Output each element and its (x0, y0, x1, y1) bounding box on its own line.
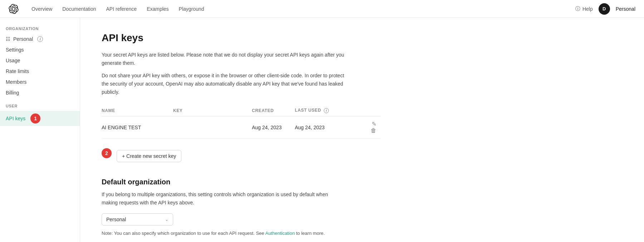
nav-api-reference[interactable]: API reference (102, 4, 141, 14)
create-secret-key-button[interactable]: + Create new secret key (117, 150, 181, 162)
note-text: Note: You can also specify which organiz… (102, 231, 381, 236)
org-select-value: Personal (106, 217, 126, 222)
sidebar-item-billing[interactable]: Billing (0, 87, 80, 98)
default-org-desc: If you belong to multiple organizations,… (102, 190, 345, 207)
table-row: AI ENGINE TEST Aug 24, 2023 Aug 24, 2023… (102, 116, 381, 139)
sidebar: ORGANIZATION ☷ Personal i Settings Usage… (0, 18, 80, 242)
personal-info-icon: i (37, 36, 43, 42)
logo[interactable] (9, 4, 19, 14)
col-header-lastused: LAST USED i (295, 105, 359, 116)
nav-playground[interactable]: Playground (175, 4, 209, 14)
sidebar-item-personal[interactable]: ☷ Personal i (0, 34, 80, 44)
page-title: API keys (102, 32, 381, 44)
sidebar-personal-label: Personal (13, 36, 33, 42)
help-icon: ⓘ (575, 6, 580, 12)
sidebar-item-usage[interactable]: Usage (0, 55, 80, 66)
help-label: Help (582, 6, 593, 12)
nav-examples[interactable]: Examples (142, 4, 173, 14)
topnav-right: ⓘ Help D Personal (575, 3, 635, 15)
org-select[interactable]: Personal ⌄ (102, 213, 173, 226)
annotation-badge-1: 1 (30, 113, 40, 124)
row-name: AI ENGINE TEST (102, 116, 173, 139)
delete-icon[interactable]: 🗑 (371, 127, 376, 134)
description-1: Your secret API keys are listed below. P… (102, 51, 345, 67)
col-header-actions (359, 105, 381, 116)
sidebar-item-rate-limits[interactable]: Rate limits (0, 66, 80, 77)
authentication-link[interactable]: Authentication (265, 231, 294, 236)
nav-overview[interactable]: Overview (27, 4, 57, 14)
sidebar-item-api-keys[interactable]: API keys 1 (0, 111, 80, 126)
annotation-badge-2: 2 (102, 148, 112, 158)
topnav-username[interactable]: Personal (616, 6, 635, 12)
rate-limits-label: Rate limits (6, 68, 29, 74)
description-2: Do not share your API key with others, o… (102, 72, 345, 96)
col-header-name: NAME (102, 105, 173, 116)
row-key (173, 116, 252, 139)
row-actions: ✎ 🗑 (359, 116, 381, 139)
api-keys-table: NAME KEY CREATED LAST USED i AI ENGINE T… (102, 105, 381, 139)
row-created: Aug 24, 2023 (252, 116, 295, 139)
help-button[interactable]: ⓘ Help (575, 6, 593, 12)
avatar[interactable]: D (599, 3, 610, 15)
org-section-label: ORGANIZATION (0, 26, 80, 34)
last-used-info-icon: i (324, 108, 329, 113)
default-org-title: Default organization (102, 178, 381, 186)
org-icon: ☷ (6, 36, 10, 42)
edit-icon[interactable]: ✎ (372, 121, 376, 127)
sidebar-item-settings[interactable]: Settings (0, 44, 80, 55)
topnav-links: Overview Documentation API reference Exa… (27, 4, 575, 14)
topnav: Overview Documentation API reference Exa… (0, 0, 644, 18)
row-last-used: Aug 24, 2023 (295, 116, 359, 139)
main-content: API keys Your secret API keys are listed… (80, 18, 402, 242)
usage-label: Usage (6, 58, 20, 63)
billing-label: Billing (6, 90, 19, 96)
layout: ORGANIZATION ☷ Personal i Settings Usage… (0, 18, 644, 242)
sidebar-item-members[interactable]: Members (0, 77, 80, 87)
col-header-key: KEY (173, 105, 252, 116)
user-section-label: USER (0, 104, 80, 111)
col-header-created: CREATED (252, 105, 295, 116)
api-keys-label: API keys (6, 116, 25, 121)
settings-label: Settings (6, 47, 24, 53)
chevron-down-icon: ⌄ (165, 217, 169, 222)
create-btn-row: 2 + Create new secret key (102, 144, 381, 162)
nav-documentation[interactable]: Documentation (58, 4, 100, 14)
members-label: Members (6, 79, 26, 85)
